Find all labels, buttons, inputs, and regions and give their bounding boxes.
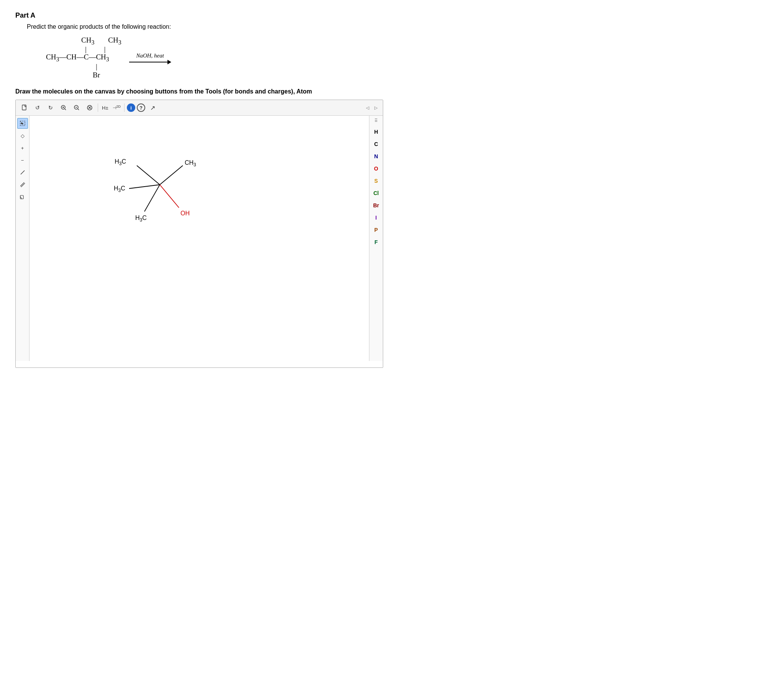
toolbar: ↺ ↻ H± ⊣2D i ? xyxy=(16,100,383,116)
arrow-line xyxy=(129,60,171,64)
toolbar-sep1 xyxy=(98,103,98,112)
atom-grid-icon: ⠿ xyxy=(374,118,378,123)
atom-S-button[interactable]: S xyxy=(370,175,382,187)
atom-N-button[interactable]: N xyxy=(370,150,382,162)
clear-button[interactable] xyxy=(84,102,95,113)
h-toggle-button[interactable]: H± xyxy=(100,102,110,113)
svg-marker-12 xyxy=(21,122,24,125)
canvas-wrapper: ↺ ↻ H± ⊣2D i ? xyxy=(15,100,383,368)
atom-C-button[interactable]: C xyxy=(370,138,382,150)
canvas-body: ◇ + − xyxy=(16,116,383,361)
svg-text:OH: OH xyxy=(180,210,190,216)
select-tool-button[interactable] xyxy=(17,118,28,129)
atom-H-button[interactable]: H xyxy=(370,126,382,138)
bottom-vline: | xyxy=(96,63,121,70)
double-bond-button[interactable] xyxy=(17,179,28,190)
left-tools-panel: ◇ + − xyxy=(16,116,30,361)
panel-left-arrow[interactable]: ◁ xyxy=(364,104,371,112)
2d-toggle-button[interactable]: ⊣2D xyxy=(112,102,122,113)
draw-instruction: Draw the molecules on the canvas by choo… xyxy=(15,88,769,95)
main-chain: CH3—CH—C—CH3 xyxy=(46,53,121,63)
reaction-arrow: NaOH, heat xyxy=(129,52,171,64)
atom-Cl-button[interactable]: Cl xyxy=(370,187,382,199)
svg-line-13 xyxy=(21,171,25,174)
svg-line-20 xyxy=(129,185,160,189)
eraser-tool-button[interactable]: ◇ xyxy=(17,130,28,141)
svg-text:H3C: H3C xyxy=(114,185,125,193)
bottom-br: Br xyxy=(93,70,121,80)
reaction-container: CH3 CH3 | | CH3—CH—C—CH3 | Br NaOH, heat xyxy=(46,36,769,80)
svg-text:CH3: CH3 xyxy=(185,159,196,167)
svg-line-22 xyxy=(160,185,179,208)
drawing-area[interactable]: H3C CH3 H3C H3C OH xyxy=(30,116,369,361)
svg-rect-0 xyxy=(22,105,26,110)
toolbar-right-arrows: ◁ ▷ xyxy=(364,104,380,112)
svg-text:H3C: H3C xyxy=(115,158,126,166)
undo-button[interactable]: ↺ xyxy=(32,102,43,113)
atom-Br-button[interactable]: Br xyxy=(370,199,382,212)
vline1: | xyxy=(85,46,87,53)
expand-button[interactable]: ↗ xyxy=(147,102,158,113)
help-button[interactable]: ? xyxy=(137,103,145,112)
zoom-out-button[interactable] xyxy=(71,102,82,113)
ring-tool-button[interactable] xyxy=(17,192,28,202)
minus-charge-button[interactable]: − xyxy=(17,155,28,166)
molecule-structure: CH3 CH3 | | CH3—CH—C—CH3 | Br xyxy=(46,36,121,80)
svg-line-7 xyxy=(78,109,79,110)
atom-F-button[interactable]: F xyxy=(370,236,382,248)
vline2: | xyxy=(104,46,106,53)
right-atoms-panel: ⠿ H C N O S Cl Br I P F xyxy=(369,116,383,361)
top-ch3-left: CH3 xyxy=(81,36,94,46)
panel-right-arrow[interactable]: ▷ xyxy=(372,104,380,112)
svg-line-19 xyxy=(160,166,183,185)
info-button[interactable]: i xyxy=(127,103,135,112)
toolbar-sep2 xyxy=(124,103,125,112)
reagent-label: NaOH, heat xyxy=(136,52,164,59)
svg-line-18 xyxy=(137,166,160,185)
single-bond-button[interactable] xyxy=(17,167,28,178)
svg-line-4 xyxy=(65,109,66,110)
question-intro: Predict the organic products of the foll… xyxy=(27,23,769,30)
top-ch3-right: CH3 xyxy=(108,36,121,46)
new-file-button[interactable] xyxy=(19,102,30,113)
plus-charge-button[interactable]: + xyxy=(17,143,28,153)
atom-I-button[interactable]: I xyxy=(370,212,382,224)
molecule-svg: H3C CH3 H3C H3C OH xyxy=(98,131,221,238)
svg-line-21 xyxy=(144,185,160,212)
svg-text:H3C: H3C xyxy=(135,215,147,223)
atom-O-button[interactable]: O xyxy=(370,162,382,175)
redo-button[interactable]: ↻ xyxy=(45,102,56,113)
atom-P-button[interactable]: P xyxy=(370,224,382,236)
zoom-in-button[interactable] xyxy=(58,102,69,113)
part-label: Part A xyxy=(15,11,769,20)
